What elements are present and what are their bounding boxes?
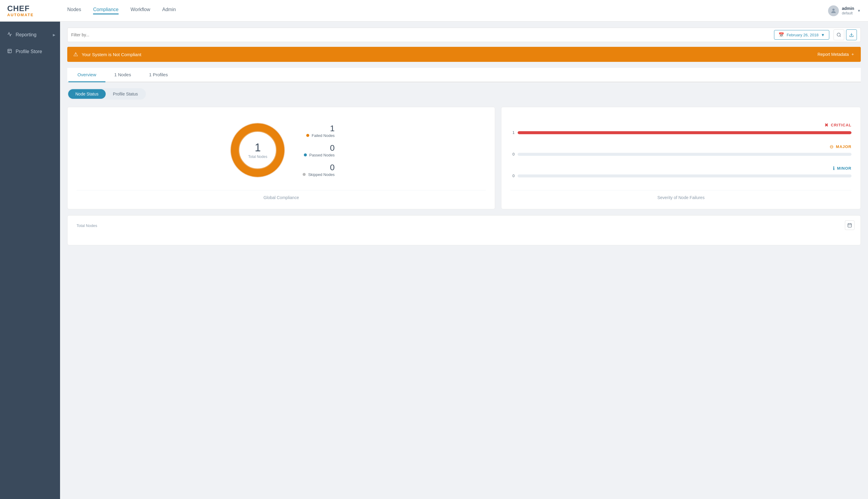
- critical-icon: ✖: [824, 122, 828, 128]
- calendar-icon: 📅: [779, 32, 784, 38]
- total-nodes-label: Total Nodes: [248, 155, 267, 159]
- date-chevron-icon: ▼: [821, 33, 825, 37]
- tab-overview[interactable]: Overview: [69, 68, 106, 82]
- minor-bar-bg: [518, 174, 852, 178]
- nav-nodes[interactable]: Nodes: [67, 7, 81, 14]
- user-info: admin default: [842, 6, 854, 16]
- sidebar-item-profile-store[interactable]: Profile Store: [0, 43, 60, 60]
- global-compliance-card: 1 Total Nodes 1 Failed Nodes: [67, 107, 495, 209]
- nav-links: Nodes Compliance Workflow Admin: [67, 7, 828, 14]
- failed-label: Failed Nodes: [311, 133, 335, 138]
- passed-dot: [304, 154, 307, 156]
- svg-rect-12: [848, 224, 852, 227]
- skipped-label: Skipped Nodes: [308, 172, 334, 177]
- sidebar-item-reporting[interactable]: Reporting ▶: [0, 26, 60, 43]
- minor-icon: ℹ: [833, 166, 835, 171]
- nav-workflow[interactable]: Workflow: [131, 7, 150, 14]
- critical-bar-fill: [518, 131, 852, 134]
- global-compliance-title: Global Compliance: [76, 190, 486, 200]
- minor-bar-row: 0: [510, 173, 852, 178]
- view-toggle: Node Status Profile Status: [67, 88, 146, 100]
- major-bar-bg: [518, 153, 852, 156]
- logo: CHEF AUTOMATE: [7, 4, 55, 17]
- donut-chart: 1 Total Nodes: [228, 120, 288, 180]
- donut-center: 1 Total Nodes: [248, 142, 267, 159]
- date-label: February 26, 2018: [787, 33, 818, 37]
- critical-count: 1: [510, 130, 515, 135]
- major-bar-row: 0: [510, 152, 852, 156]
- user-name: admin: [842, 6, 854, 11]
- logo-automate: AUTOMATE: [7, 13, 34, 17]
- user-role: default: [842, 11, 854, 16]
- critical-label: CRITICAL: [831, 123, 852, 127]
- donut-area: 1 Total Nodes 1 Failed Nodes: [76, 116, 486, 184]
- tab-nodes[interactable]: 1 Nodes: [106, 68, 140, 82]
- date-picker-button[interactable]: 📅 February 26, 2018 ▼: [774, 30, 829, 40]
- nav-admin[interactable]: Admin: [162, 7, 176, 14]
- filter-bar: 📅 February 26, 2018 ▼: [67, 28, 861, 42]
- download-button[interactable]: [846, 29, 857, 40]
- top-navigation: CHEF AUTOMATE Nodes Compliance Workflow …: [0, 0, 868, 22]
- severity-critical-row: ✖ CRITICAL 1: [510, 122, 852, 135]
- failed-count: 1: [303, 124, 334, 133]
- failed-dot: [306, 134, 309, 137]
- profile-store-icon: [7, 49, 12, 54]
- critical-bar-row: 1: [510, 130, 852, 135]
- total-nodes-number: 1: [248, 142, 267, 154]
- app-body: Reporting ▶ Profile Store 📅 February 26,…: [0, 22, 868, 499]
- passed-count: 0: [303, 143, 334, 153]
- major-count: 0: [510, 152, 515, 156]
- nav-compliance[interactable]: Compliance: [93, 7, 118, 14]
- report-metadata-plus-icon: ＋: [851, 52, 855, 57]
- avatar: [828, 5, 839, 16]
- severity-card: ✖ CRITICAL 1: [501, 107, 861, 209]
- report-metadata-label: Report Metadata: [818, 52, 849, 57]
- skipped-count: 0: [303, 163, 334, 172]
- node-status-toggle[interactable]: Node Status: [68, 89, 106, 99]
- main-content: 📅 February 26, 2018 ▼ ⚠ Your System is N…: [60, 22, 868, 499]
- filter-input[interactable]: [71, 33, 774, 37]
- passed-nodes-stat: 0 Passed Nodes: [303, 143, 334, 157]
- svg-line-5: [840, 36, 841, 37]
- severity-major-row: ⊖ MAJOR 0: [510, 144, 852, 156]
- sidebar-reporting-label: Reporting: [16, 32, 36, 38]
- bottom-card: Total Nodes: [67, 215, 861, 245]
- report-metadata-button[interactable]: Report Metadata ＋: [818, 52, 855, 57]
- sidebar: Reporting ▶ Profile Store: [0, 22, 60, 499]
- reporting-icon: [7, 32, 12, 38]
- profile-status-toggle[interactable]: Profile Status: [106, 89, 145, 99]
- logo-chef: CHEF: [7, 4, 34, 13]
- skipped-dot: [303, 173, 306, 176]
- calendar-button[interactable]: [845, 220, 855, 230]
- failed-nodes-stat: 1 Failed Nodes: [303, 124, 334, 138]
- reporting-arrow: ▶: [53, 33, 55, 37]
- minor-count: 0: [510, 173, 515, 178]
- alert-message: Your System is Not Compliant: [82, 52, 818, 57]
- tab-bar: Overview 1 Nodes 1 Profiles: [67, 68, 861, 82]
- tab-profiles[interactable]: 1 Profiles: [140, 68, 177, 82]
- user-area: admin default ▼: [828, 5, 861, 16]
- bottom-card-title: Total Nodes: [76, 223, 97, 228]
- severity-minor-row: ℹ MINOR 0: [510, 166, 852, 178]
- search-button[interactable]: [833, 29, 844, 40]
- severity-rows: ✖ CRITICAL 1: [510, 116, 852, 184]
- alert-icon: ⚠: [73, 51, 78, 58]
- node-stats: 1 Failed Nodes 0 Passed Nodes: [303, 124, 334, 177]
- svg-rect-1: [8, 49, 11, 53]
- svg-point-4: [837, 33, 840, 36]
- severity-title: Severity of Node Failures: [510, 190, 852, 200]
- cards-row: 1 Total Nodes 1 Failed Nodes: [67, 107, 861, 209]
- critical-bar-bg: [518, 131, 852, 134]
- alert-banner: ⚠ Your System is Not Compliant Report Me…: [67, 47, 861, 62]
- major-label: MAJOR: [836, 144, 852, 149]
- svg-point-0: [832, 9, 834, 11]
- passed-label: Passed Nodes: [309, 153, 335, 157]
- minor-label: MINOR: [837, 166, 852, 171]
- user-menu-chevron[interactable]: ▼: [857, 9, 861, 13]
- major-icon: ⊖: [830, 144, 833, 149]
- skipped-nodes-stat: 0 Skipped Nodes: [303, 163, 334, 177]
- sidebar-profile-store-label: Profile Store: [16, 49, 42, 54]
